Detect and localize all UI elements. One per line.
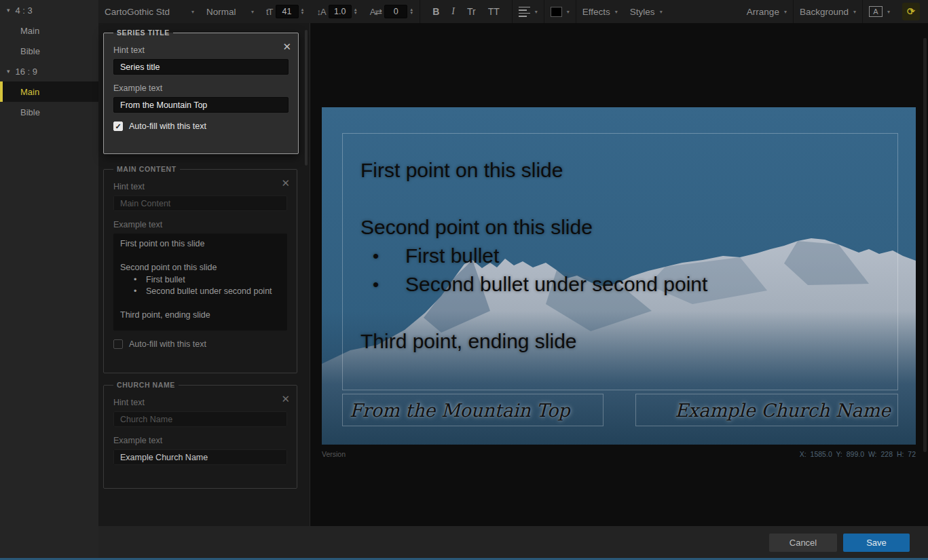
panel-scrollbar[interactable] — [305, 30, 308, 166]
chevron-down-icon: ▾ — [535, 9, 538, 15]
slide-series-title-text: From the Mountain Top — [350, 400, 570, 421]
hint-text-label: Hint text — [113, 45, 289, 55]
main-content-legend: MAIN CONTENT — [113, 165, 180, 173]
sidebar-item-label: Main — [20, 26, 39, 36]
mc-line — [120, 250, 280, 263]
slide-preview[interactable]: First point on this slideSecond point on… — [322, 107, 916, 445]
close-icon[interactable]: ✕ — [282, 41, 291, 53]
font-style-dropdown[interactable]: Normal ▾ — [200, 0, 260, 23]
letter-spacing-icon: A⇄ — [370, 7, 382, 17]
effects-dropdown[interactable]: Effects ▾ — [576, 0, 624, 23]
small-caps-button[interactable]: Tr — [461, 6, 482, 17]
sidebar-item-label: Main — [20, 87, 39, 97]
slide-editor-canvas: First point on this slideSecond point on… — [310, 23, 928, 526]
line-height-icon: ↕A — [317, 7, 326, 17]
arrange-dropdown[interactable]: Arrange ▾ — [741, 0, 793, 23]
font-size-control: tT 41 ▲▼ — [260, 0, 311, 23]
save-button[interactable]: Save — [843, 534, 910, 552]
church-name-legend: CHURCH NAME — [113, 381, 179, 389]
autofill-checkbox[interactable] — [113, 339, 123, 349]
all-caps-button[interactable]: TT — [482, 6, 506, 17]
tracking-stepper[interactable]: ▲▼ — [409, 8, 413, 15]
church-name-panel: CHURCH NAME ✕ Hint text Example text — [103, 381, 297, 489]
font-size-icon: tT — [266, 7, 273, 17]
church-name-hint-input[interactable] — [113, 411, 287, 427]
background-label: Background — [800, 7, 849, 17]
mc-line: First bullet — [120, 274, 280, 286]
mc-line: Second point on this slide — [120, 262, 280, 274]
line-height-input[interactable]: 1.0 — [329, 5, 352, 18]
line-height-stepper[interactable]: ▲▼ — [354, 8, 358, 15]
text-format-toolbar: CartoGothic Std ▾ Normal ▾ tT 41 ▲▼ ↕A 1… — [98, 0, 928, 23]
mc-line: First point on this slide — [120, 238, 280, 250]
font-size-input[interactable]: 41 — [276, 5, 299, 18]
main-content-hint-input[interactable] — [113, 195, 287, 211]
series-title-legend: SERIES TITLE — [113, 29, 173, 37]
chevron-down-icon[interactable]: ▾ — [7, 7, 10, 14]
slide-line: Third point, ending slide — [343, 327, 897, 356]
main-content-panel: MAIN CONTENT ✕ Hint text Example text Fi… — [103, 165, 297, 373]
font-family-value: CartoGothic Std — [105, 7, 170, 17]
text-box-icon: A — [869, 6, 883, 17]
canvas-scrollbar[interactable] — [923, 38, 927, 452]
sidebar-item-bible-4-3[interactable]: Bible — [0, 41, 98, 61]
styles-dropdown[interactable]: Styles ▾ — [624, 0, 669, 23]
hint-text-label: Hint text — [113, 182, 287, 191]
slide-main-content-textbox[interactable]: First point on this slideSecond point on… — [342, 133, 898, 390]
slide-line: First point on this slide — [343, 156, 897, 185]
text-color-swatch — [551, 7, 562, 17]
series-title-panel: SERIES TITLE ✕ Hint text Example text ✓ … — [103, 29, 299, 154]
sidebar-item-main-16-9[interactable]: Main — [0, 81, 98, 102]
series-title-example-input[interactable] — [113, 97, 289, 113]
slide-line: First bullet — [343, 242, 897, 270]
background-dropdown[interactable]: Background ▾ — [794, 0, 862, 23]
chevron-down-icon: ▾ — [251, 9, 254, 15]
main-content-example-textarea[interactable]: First point on this slideSecond point on… — [113, 234, 287, 331]
align-left-icon — [519, 7, 530, 17]
italic-button[interactable]: I — [445, 6, 461, 17]
text-align-dropdown[interactable]: ▾ — [513, 0, 544, 23]
text-color-dropdown[interactable]: ▾ — [544, 0, 576, 23]
sidebar-item-main-4-3[interactable]: Main — [0, 20, 98, 41]
example-text-label: Example text — [113, 83, 289, 93]
chevron-down-icon: ▾ — [887, 9, 890, 15]
bold-button[interactable]: B — [426, 6, 445, 17]
chevron-down-icon[interactable]: ▾ — [7, 68, 10, 75]
autofill-label: Auto-fill with this text — [129, 122, 206, 131]
slide-line: Second point on this slide — [343, 213, 897, 242]
church-name-example-input[interactable] — [113, 449, 287, 465]
close-icon[interactable]: ✕ — [281, 393, 290, 405]
tracking-input[interactable]: 0 — [384, 5, 407, 18]
template-fields-panel: SERIES TITLE ✕ Hint text Example text ✓ … — [98, 23, 310, 526]
textbox-mode-dropdown[interactable]: A ▾ — [863, 0, 896, 23]
mc-line — [120, 298, 280, 310]
mc-line: Second bullet under second point — [120, 286, 280, 298]
sidebar-group-4-3[interactable]: ▾ 4 : 3 — [0, 0, 98, 20]
tracking-control: A⇄ 0 ▲▼ — [364, 0, 420, 23]
version-label: Version — [322, 450, 346, 458]
chevron-down-icon: ▾ — [853, 9, 856, 15]
hint-text-label: Hint text — [113, 398, 287, 407]
footer-bar: Cancel Save — [98, 526, 928, 558]
sidebar-item-bible-16-9[interactable]: Bible — [0, 102, 98, 122]
font-size-stepper[interactable]: ▲▼ — [301, 8, 305, 15]
sidebar-group-16-9[interactable]: ▾ 16 : 9 — [0, 61, 98, 81]
slide-status-row: Version X: 1585.0 Y: 899.0 W: 228 H: 72 — [322, 450, 916, 458]
line-height-control: ↕A 1.0 ▲▼ — [311, 0, 364, 23]
chevron-down-icon: ▾ — [660, 9, 663, 15]
slide-church-name-textbox[interactable]: Example Church Name — [635, 394, 898, 426]
font-style-value: Normal — [206, 7, 236, 17]
autofill-checkbox[interactable]: ✓ — [113, 122, 123, 131]
example-text-label: Example text — [113, 220, 287, 229]
sidebar-item-label: Bible — [20, 46, 40, 56]
autofit-t-icon: T — [910, 8, 914, 15]
sidebar-item-label: Bible — [20, 107, 40, 117]
text-autofit-toggle[interactable]: ⟳ T — [902, 3, 920, 20]
slide-series-title-textbox[interactable]: From the Mountain Top — [342, 394, 604, 426]
chevron-down-icon: ▾ — [784, 9, 787, 15]
mc-line: Third point, ending slide — [120, 310, 280, 322]
close-icon[interactable]: ✕ — [281, 177, 290, 189]
font-family-dropdown[interactable]: CartoGothic Std ▾ — [98, 0, 200, 23]
series-title-hint-input[interactable] — [113, 59, 289, 75]
cancel-button[interactable]: Cancel — [769, 534, 837, 552]
